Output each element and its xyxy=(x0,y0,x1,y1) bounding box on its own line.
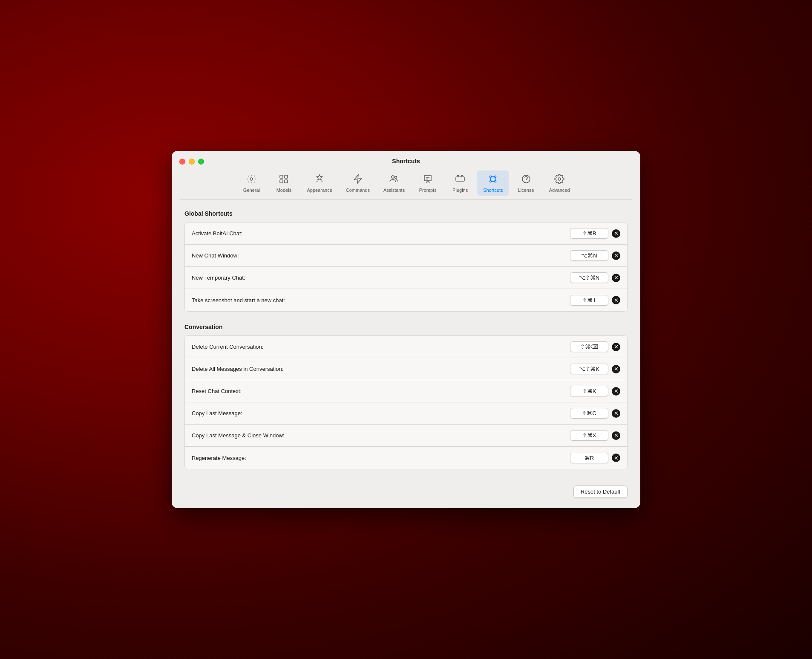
shortcut-key[interactable]: ⌥⇧⌘K xyxy=(570,364,608,374)
tab-models[interactable]: Models xyxy=(268,171,299,196)
table-row: Activate BoltAI Chat: ⇧⌘B ✕ xyxy=(185,223,627,245)
global-shortcuts-section: Global Shortcuts Activate BoltAI Chat: ⇧… xyxy=(184,210,628,312)
shortcut-right: ⇧⌘X ✕ xyxy=(570,430,620,441)
tab-assistants-label: Assistants xyxy=(383,188,405,193)
table-row: New Temporary Chat: ⌥⇧⌘N ✕ xyxy=(185,267,627,289)
shortcut-label: Activate BoltAI Chat: xyxy=(192,230,242,237)
tab-advanced[interactable]: Advanced xyxy=(543,171,576,196)
svg-rect-4 xyxy=(285,180,288,183)
shortcut-right: ⇧⌘1 ✕ xyxy=(570,295,620,306)
shortcut-key[interactable]: ⌘R xyxy=(570,453,608,463)
reset-to-default-button[interactable]: Reset to Default xyxy=(573,486,628,498)
svg-point-5 xyxy=(392,176,394,178)
tab-appearance-label: Appearance xyxy=(307,188,332,193)
table-row: Regenerate Message: ⌘R ✕ xyxy=(185,447,627,469)
shortcut-label: Take screenshot and start a new chat: xyxy=(192,297,285,303)
shortcut-key[interactable]: ⇧⌘⌫ xyxy=(570,341,608,352)
shortcut-right: ⌥⌘N ✕ xyxy=(570,250,620,261)
conversation-table: Delete Current Conversation: ⇧⌘⌫ ✕ Delet… xyxy=(184,335,628,469)
clear-shortcut-button[interactable]: ✕ xyxy=(612,229,620,238)
tab-prompts[interactable]: Prompts xyxy=(412,171,443,196)
shortcut-key[interactable]: ⌥⌘N xyxy=(570,250,608,261)
license-icon xyxy=(521,174,531,186)
shortcut-label: Copy Last Message & Close Window: xyxy=(192,432,284,439)
clear-shortcut-button[interactable]: ✕ xyxy=(612,454,620,462)
clear-shortcut-button[interactable]: ✕ xyxy=(612,431,620,440)
clear-shortcut-button[interactable]: ✕ xyxy=(612,409,620,418)
traffic-lights xyxy=(179,159,204,165)
main-window: Shortcuts General xyxy=(172,151,640,508)
shortcut-key[interactable]: ⌥⇧⌘N xyxy=(570,272,608,283)
tab-general-label: General xyxy=(243,188,260,193)
shortcut-key[interactable]: ⇧⌘B xyxy=(570,228,608,239)
assistants-icon xyxy=(389,174,399,186)
shortcut-right: ⇧⌘C ✕ xyxy=(570,408,620,419)
table-row: Copy Last Message & Close Window: ⇧⌘X ✕ xyxy=(185,425,627,447)
maximize-button[interactable] xyxy=(198,159,204,165)
tab-plugins[interactable]: Plugins xyxy=(445,171,475,196)
global-shortcuts-table: Activate BoltAI Chat: ⇧⌘B ✕ New Chat Win… xyxy=(184,222,628,312)
clear-shortcut-button[interactable]: ✕ xyxy=(612,251,620,260)
shortcut-label: Reset Chat Context: xyxy=(192,388,242,394)
table-row: Delete Current Conversation: ⇧⌘⌫ ✕ xyxy=(185,336,627,358)
svg-point-0 xyxy=(250,178,253,180)
titlebar: Shortcuts General xyxy=(172,151,640,200)
toolbar: General Models xyxy=(180,171,632,196)
shortcut-key[interactable]: ⇧⌘K xyxy=(570,386,608,396)
shortcut-right: ⇧⌘K ✕ xyxy=(570,386,620,396)
conversation-section: Conversation Delete Current Conversation… xyxy=(184,324,628,469)
clear-shortcut-button[interactable]: ✕ xyxy=(612,387,620,396)
shortcut-label: Regenerate Message: xyxy=(192,455,246,461)
tab-models-label: Models xyxy=(276,188,291,193)
tab-license[interactable]: License xyxy=(511,171,541,196)
tab-commands[interactable]: Commands xyxy=(340,171,376,196)
shortcut-label: Delete Current Conversation: xyxy=(192,344,263,350)
clear-shortcut-button[interactable]: ✕ xyxy=(612,296,620,304)
minimize-button[interactable] xyxy=(189,159,195,165)
advanced-icon xyxy=(554,174,564,186)
tab-shortcuts[interactable]: Shortcuts xyxy=(477,171,509,196)
shortcut-right: ⌥⇧⌘K ✕ xyxy=(570,364,620,374)
clear-shortcut-button[interactable]: ✕ xyxy=(612,365,620,373)
shortcut-label: New Temporary Chat: xyxy=(192,275,245,281)
shortcut-key[interactable]: ⇧⌘C xyxy=(570,408,608,419)
close-button[interactable] xyxy=(179,159,185,165)
tab-appearance[interactable]: Appearance xyxy=(301,171,338,196)
models-icon xyxy=(279,174,289,186)
tab-prompts-label: Prompts xyxy=(419,188,437,193)
svg-point-6 xyxy=(395,176,397,179)
table-row: Delete All Messages in Conversation: ⌥⇧⌘… xyxy=(185,358,627,380)
global-shortcuts-title: Global Shortcuts xyxy=(184,210,628,217)
svg-rect-1 xyxy=(280,175,283,178)
table-row: New Chat Window: ⌥⌘N ✕ xyxy=(185,245,627,267)
tab-advanced-label: Advanced xyxy=(549,188,570,193)
shortcut-right: ⌥⇧⌘N ✕ xyxy=(570,272,620,283)
general-icon xyxy=(246,174,256,186)
tab-commands-label: Commands xyxy=(346,188,370,193)
shortcut-right: ⇧⌘B ✕ xyxy=(570,228,620,239)
prompts-icon xyxy=(423,174,433,186)
tab-license-label: License xyxy=(518,188,534,193)
tab-shortcuts-label: Shortcuts xyxy=(483,188,503,193)
shortcut-right: ⇧⌘⌫ ✕ xyxy=(570,341,620,352)
clear-shortcut-button[interactable]: ✕ xyxy=(612,274,620,282)
content-area: Global Shortcuts Activate BoltAI Chat: ⇧… xyxy=(172,200,640,508)
svg-point-10 xyxy=(558,178,561,180)
tab-general[interactable]: General xyxy=(236,171,267,196)
svg-rect-3 xyxy=(280,180,283,183)
shortcut-right: ⌘R ✕ xyxy=(570,453,620,463)
window-title: Shortcuts xyxy=(392,158,420,165)
shortcut-label: New Chat Window: xyxy=(192,252,239,259)
shortcut-key[interactable]: ⇧⌘X xyxy=(570,430,608,441)
commands-icon xyxy=(353,174,363,186)
footer: Reset to Default xyxy=(184,481,628,500)
clear-shortcut-button[interactable]: ✕ xyxy=(612,343,620,351)
appearance-icon xyxy=(314,174,325,186)
tab-assistants[interactable]: Assistants xyxy=(377,171,411,196)
shortcut-key[interactable]: ⇧⌘1 xyxy=(570,295,608,306)
tab-plugins-label: Plugins xyxy=(452,188,468,193)
shortcut-label: Delete All Messages in Conversation: xyxy=(192,366,283,372)
conversation-title: Conversation xyxy=(184,324,628,330)
shortcut-label: Copy Last Message: xyxy=(192,410,242,416)
plugins-icon xyxy=(455,174,465,186)
